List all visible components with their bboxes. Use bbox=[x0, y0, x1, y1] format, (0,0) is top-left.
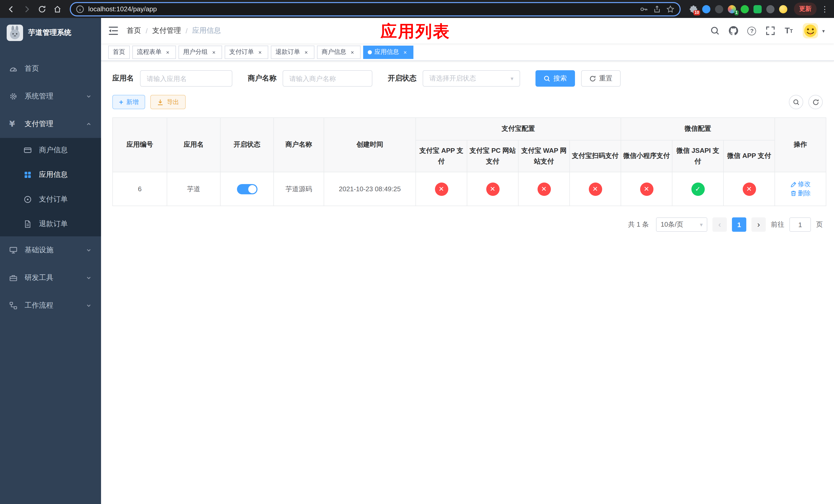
sidebar-item-label: 退款订单 bbox=[39, 220, 92, 229]
export-button[interactable]: 导出 bbox=[150, 95, 186, 109]
tab-close-icon[interactable] bbox=[349, 48, 356, 55]
header-search-icon[interactable] bbox=[707, 23, 723, 39]
extension-badge: 10 bbox=[694, 10, 700, 15]
page-annotation: 应用列表 bbox=[380, 21, 450, 43]
sidebar-item-infrastructure[interactable]: 基础设施 bbox=[0, 236, 101, 264]
goto-page-input[interactable] bbox=[789, 217, 811, 232]
search-button[interactable]: 搜索 bbox=[535, 70, 575, 87]
tab-app-info-active[interactable]: 应用信息 bbox=[363, 45, 413, 59]
delete-link[interactable]: 删除 bbox=[790, 189, 811, 198]
home-icon[interactable] bbox=[50, 2, 65, 16]
edit-link[interactable]: 修改 bbox=[790, 180, 811, 189]
sidebar-item-refund-orders[interactable]: 退款订单 bbox=[0, 212, 101, 236]
next-page-button[interactable] bbox=[751, 217, 766, 232]
breadcrumb-separator: / bbox=[146, 27, 148, 35]
extension-notes-icon[interactable] bbox=[753, 4, 762, 14]
font-size-icon[interactable]: TT bbox=[781, 23, 796, 39]
browser-menu-icon[interactable] bbox=[820, 4, 830, 14]
goto-label: 前往 bbox=[771, 220, 784, 229]
sidebar-submenu-payment: 商户信息 应用信息 支付订单 bbox=[0, 138, 101, 236]
extension-wechat-icon[interactable] bbox=[740, 4, 749, 14]
goto-unit-label: 页 bbox=[816, 220, 823, 229]
cell-wx-jsapi: ✓ bbox=[672, 172, 723, 206]
group-header-alipay: 支付宝配置 bbox=[416, 118, 621, 140]
url-text[interactable]: localhost:1024/pay/app bbox=[88, 5, 636, 13]
sidebar-item-workflow[interactable]: 工作流程 bbox=[0, 292, 101, 319]
sidebar-item-payment[interactable]: ¥ 支付管理 bbox=[0, 110, 101, 138]
sidebar-item-merchant-info[interactable]: 商户信息 bbox=[0, 138, 101, 162]
sidebar-item-label: 基础设施 bbox=[25, 246, 86, 255]
status-select-placeholder: 请选择开启状态 bbox=[429, 74, 476, 83]
prev-page-button[interactable] bbox=[712, 217, 727, 232]
extension-emoji-icon[interactable] bbox=[778, 4, 788, 14]
bookmark-star-icon[interactable] bbox=[666, 5, 675, 13]
tab-user-group[interactable]: 用户分组 bbox=[178, 45, 222, 59]
chevron-down-icon bbox=[86, 247, 92, 253]
cell-alipay-pc: ✕ bbox=[467, 172, 518, 206]
sidebar-item-payment-orders[interactable]: 支付订单 bbox=[0, 187, 101, 212]
help-icon[interactable]: ? bbox=[744, 23, 760, 39]
navbar-actions: ? TT bbox=[707, 23, 826, 39]
cell-alipay-wap: ✕ bbox=[518, 172, 570, 206]
col-header-alipay-qr: 支付宝扫码支付 bbox=[570, 140, 621, 172]
tab-close-icon[interactable] bbox=[303, 48, 310, 55]
grid-icon bbox=[24, 171, 32, 179]
extension-avatar-icon[interactable]: 1 bbox=[727, 4, 737, 14]
tab-payment-orders[interactable]: 支付订单 bbox=[225, 45, 268, 59]
toggle-search-icon[interactable] bbox=[789, 95, 803, 109]
extension-puzzle-icon[interactable]: 10 bbox=[689, 4, 698, 14]
back-icon[interactable] bbox=[4, 2, 19, 16]
user-avatar[interactable] bbox=[803, 23, 818, 39]
app-name-input[interactable] bbox=[140, 70, 232, 87]
extension-drop-icon[interactable] bbox=[702, 4, 711, 14]
reload-icon[interactable] bbox=[35, 2, 49, 16]
tab-process-form[interactable]: 流程表单 bbox=[132, 45, 176, 59]
status-select[interactable]: 请选择开启状态 bbox=[423, 70, 520, 87]
password-key-icon[interactable] bbox=[640, 5, 648, 13]
tab-close-icon[interactable] bbox=[402, 48, 409, 55]
site-info-icon[interactable] bbox=[76, 5, 84, 13]
address-bar[interactable]: localhost:1024/pay/app bbox=[70, 2, 681, 16]
sidebar-item-app-info[interactable]: 应用信息 bbox=[0, 162, 101, 187]
merchant-name-input[interactable] bbox=[283, 70, 372, 87]
reset-button[interactable]: 重置 bbox=[581, 70, 621, 87]
browser-update-button[interactable]: 更新 bbox=[794, 3, 816, 15]
tab-close-icon[interactable] bbox=[210, 48, 218, 55]
sidebar-item-home[interactable]: 首页 bbox=[0, 55, 101, 83]
chevron-down-icon bbox=[511, 75, 513, 82]
share-icon[interactable] bbox=[653, 5, 661, 13]
breadcrumb-item[interactable]: 首页 bbox=[127, 26, 141, 36]
status-icon: ✕ bbox=[589, 183, 602, 196]
sidebar-toggle-icon[interactable] bbox=[101, 18, 127, 44]
extension-dark-icon[interactable] bbox=[715, 4, 724, 14]
forward-icon[interactable] bbox=[20, 2, 34, 16]
chevron-down-icon bbox=[700, 222, 703, 228]
chevron-down-icon bbox=[86, 93, 92, 99]
breadcrumb-item[interactable]: 支付管理 bbox=[152, 26, 181, 36]
github-icon[interactable] bbox=[726, 23, 741, 39]
tab-merchant-info[interactable]: 商户信息 bbox=[317, 45, 360, 59]
cell-wx-app: ✕ bbox=[723, 172, 775, 206]
sidebar-item-label: 系统管理 bbox=[25, 92, 86, 101]
page-number-current[interactable]: 1 bbox=[732, 217, 746, 232]
chevron-down-icon bbox=[86, 302, 92, 308]
page-size-select[interactable]: 10条/页 bbox=[656, 217, 707, 232]
tab-home[interactable]: 首页 bbox=[108, 45, 130, 59]
sidebar-item-system[interactable]: 系统管理 bbox=[0, 83, 101, 110]
tab-refund-orders[interactable]: 退款订单 bbox=[271, 45, 314, 59]
avatar-caret-icon[interactable] bbox=[821, 28, 826, 33]
add-button[interactable]: 新增 bbox=[112, 95, 145, 109]
fullscreen-icon[interactable] bbox=[763, 23, 778, 39]
group-header-wechat: 微信配置 bbox=[621, 118, 775, 140]
pagination: 共 1 条 10条/页 1 前往 页 bbox=[112, 217, 823, 232]
col-header-id: 应用编号 bbox=[113, 118, 167, 172]
refresh-icon[interactable] bbox=[808, 95, 823, 109]
tab-close-icon[interactable] bbox=[164, 48, 171, 55]
enable-toggle[interactable] bbox=[237, 184, 257, 194]
sidebar-item-dev-tools[interactable]: 研发工具 bbox=[0, 264, 101, 292]
cell-created: 2021-10-23 08:49:25 bbox=[324, 172, 416, 206]
extension-pin-icon[interactable] bbox=[766, 4, 775, 14]
tab-close-icon[interactable] bbox=[257, 48, 264, 55]
cell-status bbox=[220, 172, 273, 206]
document-icon bbox=[24, 220, 32, 228]
